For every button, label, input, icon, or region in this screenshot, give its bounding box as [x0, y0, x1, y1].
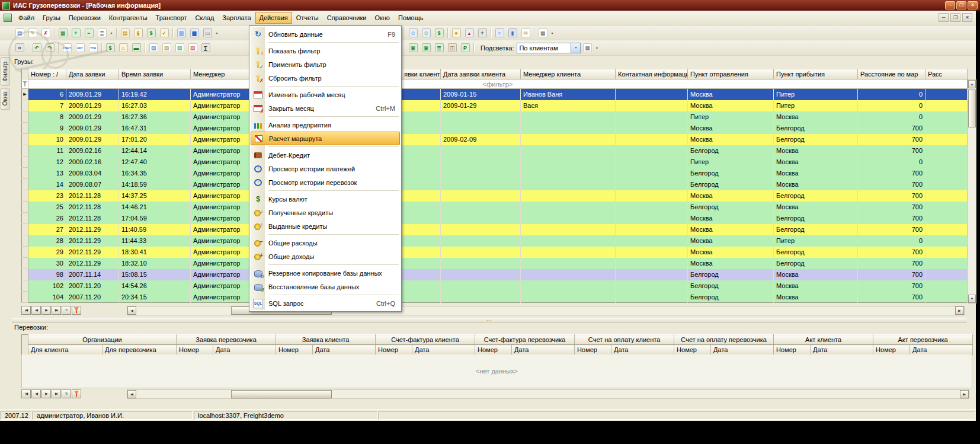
tool-wrench-button[interactable]: ¤	[13, 41, 26, 54]
cell-client_manager[interactable]	[521, 156, 616, 168]
menubar-item[interactable]: Транспорт	[152, 12, 191, 24]
tool-truck-list-button[interactable]: ≣	[433, 41, 446, 54]
actions-menu-item[interactable]: SQLSQL запросCtrl+Q	[251, 296, 400, 310]
mdi-restore-button[interactable]: ❐	[950, 13, 960, 22]
cell-client_num[interactable]	[402, 202, 441, 213]
tool-cargo-button[interactable]: ▦	[56, 27, 69, 39]
cell-date[interactable]: 2012.11.28	[66, 202, 119, 213]
actions-menu-item[interactable]: Просмотр истории перевозок	[251, 175, 400, 189]
cell-num[interactable]: 104	[28, 292, 66, 303]
cell-date[interactable]: 2009.01.29	[66, 100, 119, 111]
cell-to[interactable]: Москва	[774, 111, 858, 123]
dropdown-arrow-icon[interactable]: ▼	[108, 31, 114, 35]
cell-dist2[interactable]	[925, 292, 968, 303]
cell-num[interactable]: 25	[28, 202, 66, 213]
cell-date[interactable]: 2009.01.29	[66, 111, 119, 123]
cell-contact[interactable]	[616, 100, 688, 111]
cell-client_date[interactable]	[441, 123, 521, 134]
nav-first-button[interactable]: |◀	[21, 306, 31, 315]
actions-menu-item[interactable]: Просмотр истории платежей	[251, 162, 400, 175]
cell-date[interactable]: 2012.11.29	[66, 235, 119, 247]
cell-contact[interactable]	[616, 123, 688, 134]
cell-from[interactable]: Белгород	[688, 179, 774, 190]
cell-from[interactable]: Питер	[688, 111, 774, 123]
cell-from[interactable]: Москва	[688, 258, 774, 269]
cell-dist[interactable]: 0	[858, 100, 925, 111]
actions-menu-item[interactable]: Изменить рабочий месяц	[251, 88, 400, 101]
cell-dist2[interactable]	[925, 179, 968, 190]
tool-schet-button[interactable]: СЧЕТ	[60, 41, 73, 54]
cell-client_num[interactable]	[402, 269, 441, 280]
cell-dist[interactable]: 0	[858, 89, 925, 100]
cell-contact[interactable]	[616, 179, 688, 190]
actions-menu-item[interactable]: Выданные кредиты	[251, 219, 400, 233]
cell-dist2[interactable]	[925, 213, 968, 224]
tool-grid-button[interactable]: ▦	[536, 27, 549, 39]
cell-client_date[interactable]	[441, 145, 521, 156]
cell-from[interactable]: Москва	[688, 123, 774, 134]
cell-to[interactable]: Москва	[774, 280, 858, 292]
cell-client_manager[interactable]: Иванов Ваня	[521, 89, 616, 100]
nav-filter-button[interactable]	[72, 389, 81, 398]
cell-client_manager[interactable]	[521, 258, 616, 269]
cell-to[interactable]: Москва	[774, 168, 858, 179]
tool-coins-button[interactable]: ●	[450, 27, 463, 39]
cell-time[interactable]: 18:32.10	[119, 258, 191, 269]
cell-contact[interactable]	[616, 280, 688, 292]
shipments-horizontal-scrollbar[interactable]: ◀ ▶	[127, 389, 969, 399]
mdi-close-button[interactable]: ✕	[962, 13, 972, 22]
cell-date[interactable]: 2009.02.16	[66, 156, 119, 168]
cell-client_manager[interactable]	[521, 145, 616, 156]
cell-num[interactable]: 28	[28, 235, 66, 247]
cell-dist2[interactable]	[925, 280, 968, 292]
cell-time[interactable]: 14:37.25	[119, 190, 191, 202]
cell-num[interactable]: 30	[28, 258, 66, 269]
cell-dist[interactable]: 700	[858, 168, 925, 179]
scroll-left-arrow[interactable]: ◀	[127, 390, 136, 398]
scroll-right-arrow[interactable]: ▶	[960, 390, 969, 398]
column-header[interactable]: Дата	[313, 345, 376, 355]
nav-next-button[interactable]: ▶	[41, 306, 51, 315]
tool-doc2-button[interactable]: ▤	[147, 41, 160, 54]
menubar-item[interactable]: Файл	[14, 12, 39, 24]
cell-to[interactable]: Белгород	[774, 123, 858, 134]
cell-dist2[interactable]	[925, 89, 968, 100]
cell-num[interactable]: 9	[28, 123, 66, 134]
cell-time[interactable]: 14:18.59	[119, 179, 191, 190]
cell-client_manager[interactable]	[521, 247, 616, 258]
cell-to[interactable]: Москва	[774, 269, 858, 280]
cell-from[interactable]: Москва	[688, 89, 774, 100]
column-group-header[interactable]: Счет на оплату перевозчика	[674, 335, 774, 345]
cell-client_manager[interactable]	[521, 269, 616, 280]
cell-from[interactable]: Москва	[688, 213, 774, 224]
cell-client_date[interactable]	[441, 247, 521, 258]
tool-list-button[interactable]: ≣	[95, 27, 108, 39]
cell-contact[interactable]	[616, 156, 688, 168]
cell-contact[interactable]	[616, 292, 688, 303]
cell-date[interactable]: 2012.11.29	[66, 247, 119, 258]
cell-client_date[interactable]	[441, 190, 521, 202]
column-header[interactable]: Дата	[213, 345, 276, 355]
window-close-button[interactable]: ✕	[968, 1, 978, 9]
cell-dist2[interactable]	[925, 202, 968, 213]
actions-menu-item[interactable]: Резервное копирование базы данных	[251, 266, 400, 280]
column-group-header[interactable]: Заявка перевозчика	[177, 335, 276, 345]
cell-contact[interactable]	[616, 213, 688, 224]
cell-time[interactable]: 14:46.21	[119, 202, 191, 213]
tool-report-button[interactable]: ▥	[175, 27, 188, 39]
column-header-client_num[interactable]: явки клиента	[402, 69, 441, 79]
cell-time[interactable]: 15:08.15	[119, 269, 191, 280]
tool-undo-button[interactable]: ↶	[30, 41, 43, 54]
cell-date[interactable]: 2009.03.04	[66, 168, 119, 179]
column-header-client_manager[interactable]: Менеджер клиента	[521, 69, 616, 79]
cell-client_manager[interactable]: Вася	[521, 100, 616, 111]
cell-dist[interactable]: 700	[858, 224, 925, 235]
cell-from[interactable]: Белгород	[688, 168, 774, 179]
cell-dist[interactable]: 700	[858, 269, 925, 280]
cell-dist2[interactable]	[925, 123, 968, 134]
tool-package-button[interactable]: ◫	[446, 41, 459, 54]
cell-client_num[interactable]	[402, 134, 441, 145]
cell-from[interactable]: Белгород	[688, 202, 774, 213]
cell-time[interactable]: 16:27.36	[119, 111, 191, 123]
cell-dist2[interactable]	[925, 100, 968, 111]
